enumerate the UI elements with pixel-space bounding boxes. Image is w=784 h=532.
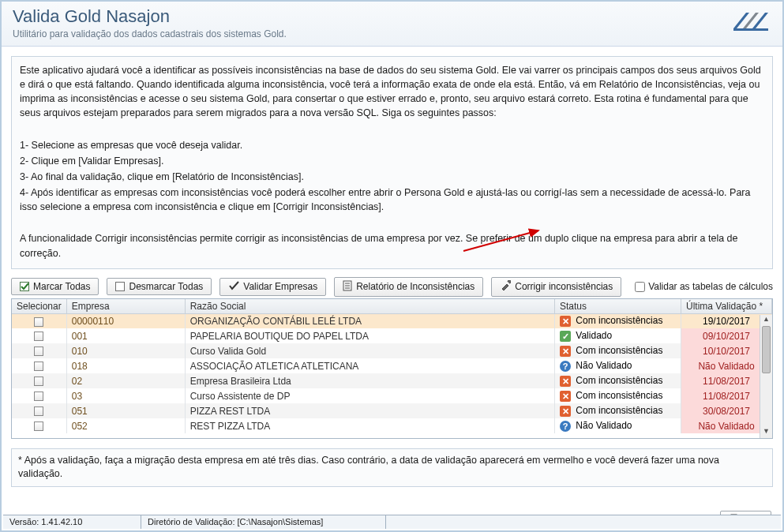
svg-rect-0 — [733, 28, 768, 31]
row-status: ✕ Com inconsistências — [555, 343, 681, 358]
col-status[interactable]: Status — [555, 299, 681, 314]
status-error-icon: ✕ — [560, 391, 571, 402]
relatorio-button[interactable]: Relatório de Inconsistências — [334, 277, 483, 297]
table-row[interactable]: 001PAPELARIA BOUTIQUE DO PAPEL LTDA✓ Val… — [12, 328, 772, 343]
status-versao: Versão: 1.41.42.10 — [3, 515, 141, 529]
row-status: ✕ Com inconsistências — [555, 313, 681, 328]
row-select-cell[interactable] — [12, 328, 66, 343]
table-row[interactable]: 02Empresa Brasileira Ltda✕ Com inconsist… — [12, 373, 772, 388]
corrigir-label: Corrigir inconsistências — [515, 281, 613, 292]
row-status-label: Não Validado — [573, 360, 632, 371]
table-row[interactable]: 051PIZZA REST LTDA✕ Com inconsistências3… — [12, 403, 772, 418]
intro-step-3: 3- Ao final da validação, clique em [Rel… — [20, 170, 764, 184]
status-unknown-icon: ? — [560, 421, 571, 432]
row-empresa: 001 — [66, 328, 185, 343]
col-selecionar[interactable]: Selecionar — [12, 299, 66, 314]
validar-tabelas-input[interactable] — [635, 282, 645, 292]
table-row[interactable]: 052REST PIZZA LTDA? Não ValidadoNão Vali… — [12, 418, 772, 433]
row-empresa: 00000110 — [66, 313, 185, 328]
corrigir-button[interactable]: Corrigir inconsistências — [491, 277, 621, 297]
grid-header-row: Selecionar Empresa Razão Social Status Ú… — [12, 299, 772, 314]
intro-step-1: 1- Selecione as empresas que você deseja… — [20, 138, 764, 152]
row-ultima-validacao: 09/10/2017 — [681, 328, 772, 343]
row-select-cell[interactable] — [12, 313, 66, 328]
relatorio-label: Relatório de Inconsistências — [356, 281, 475, 292]
row-status-label: Com inconsistências — [573, 345, 662, 356]
status-bar: Versão: 1.41.42.10 Diretório de Validaçã… — [3, 515, 781, 529]
status-unknown-icon: ? — [560, 361, 571, 372]
grid-scrollbar[interactable]: ▲ ▼ — [760, 315, 772, 438]
empresas-grid[interactable]: Selecionar Empresa Razão Social Status Ú… — [12, 299, 772, 434]
row-status: ✓ Validado — [555, 328, 681, 343]
row-status: ✕ Com inconsistências — [555, 388, 681, 403]
desmarcar-todas-label: Desmarcar Todas — [129, 281, 203, 292]
status-error-icon: ✕ — [560, 346, 571, 357]
scroll-down-icon[interactable]: ▼ — [760, 427, 772, 438]
marcar-todas-button[interactable]: Marcar Todas — [11, 278, 99, 295]
report-icon — [343, 280, 352, 294]
row-ultima-validacao: 11/08/2017 — [681, 373, 772, 388]
table-row[interactable]: 03Curso Assistente de DP✕ Com inconsistê… — [12, 388, 772, 403]
row-checkbox[interactable] — [34, 332, 43, 341]
row-select-cell[interactable] — [12, 373, 66, 388]
row-razao: PAPELARIA BOUTIQUE DO PAPEL LTDA — [185, 328, 554, 343]
tools-icon — [500, 280, 511, 294]
table-row[interactable]: 010Curso Valida Gold✕ Com inconsistência… — [12, 343, 772, 358]
row-select-cell[interactable] — [12, 343, 66, 358]
status-error-icon: ✕ — [560, 376, 571, 387]
app-header: Valida Gold Nasajon Utilitário para vali… — [2, 2, 782, 47]
row-status: ? Não Validado — [555, 358, 681, 373]
row-ultima-validacao: Não Validado — [681, 418, 772, 433]
status-ok-icon: ✓ — [560, 331, 571, 342]
row-ultima-validacao: 19/10/2017 — [681, 313, 772, 328]
row-checkbox[interactable] — [34, 347, 43, 356]
row-razao: PIZZA REST LTDA — [185, 403, 554, 418]
validar-empresas-button[interactable]: Validar Empresas — [219, 278, 326, 296]
row-checkbox[interactable] — [34, 421, 43, 431]
row-razao: ORGANIZAÇÃO CONTÁBIL LELÉ LTDA — [185, 313, 554, 328]
row-checkbox[interactable] — [34, 377, 43, 386]
row-ultima-validacao: 11/08/2017 — [681, 388, 772, 403]
scroll-thumb[interactable] — [762, 326, 771, 373]
desmarcar-todas-button[interactable]: Desmarcar Todas — [107, 278, 212, 295]
col-empresa[interactable]: Empresa — [66, 299, 185, 314]
row-razao: Empresa Brasileira Ltda — [185, 373, 554, 388]
scroll-up-icon[interactable]: ▲ — [760, 315, 772, 326]
row-status-label: Com inconsistências — [573, 405, 662, 416]
row-checkbox[interactable] — [34, 317, 43, 327]
row-empresa: 018 — [66, 358, 185, 373]
row-status-label: Com inconsistências — [573, 375, 662, 386]
app-title: Valida Gold Nasajon — [13, 6, 771, 27]
row-checkbox[interactable] — [34, 392, 43, 401]
table-row[interactable]: 018ASSOCIAÇÃO ATLETICA ATLETICANA? Não V… — [12, 358, 772, 373]
row-select-cell[interactable] — [12, 418, 66, 433]
row-checkbox[interactable] — [34, 406, 43, 416]
validar-empresas-label: Validar Empresas — [243, 281, 317, 292]
row-status-label: Com inconsistências — [573, 390, 662, 401]
row-empresa: 052 — [66, 418, 185, 433]
row-empresa: 03 — [66, 388, 185, 403]
row-ultima-validacao: 30/08/2017 — [681, 403, 772, 418]
status-empty — [386, 515, 781, 529]
marcar-todas-label: Marcar Todas — [33, 281, 90, 292]
row-empresa: 010 — [66, 343, 185, 358]
row-select-cell[interactable] — [12, 388, 66, 403]
row-status: ✕ Com inconsistências — [555, 403, 681, 418]
status-error-icon: ✕ — [560, 316, 571, 327]
row-select-cell[interactable] — [12, 358, 66, 373]
validar-tabelas-checkbox[interactable]: Validar as tabelas de cálculos — [635, 281, 773, 292]
intro-panel: Este aplicativo ajudará você a identific… — [11, 56, 773, 269]
row-razao: Curso Valida Gold — [185, 343, 554, 358]
table-row[interactable]: 00000110ORGANIZAÇÃO CONTÁBIL LELÉ LTDA✕ … — [12, 313, 772, 328]
status-error-icon: ✕ — [560, 406, 571, 417]
validar-tabelas-label: Validar as tabelas de cálculos — [648, 281, 773, 292]
col-ultima-validacao[interactable]: Última Validação * — [681, 299, 772, 314]
intro-text-1: Este aplicativo ajudará você a identific… — [20, 63, 764, 121]
row-status-label: Com inconsistências — [573, 315, 662, 326]
row-checkbox[interactable] — [34, 362, 43, 371]
col-razao[interactable]: Razão Social — [185, 299, 554, 314]
row-status: ✕ Com inconsistências — [555, 373, 681, 388]
row-select-cell[interactable] — [12, 403, 66, 418]
intro-text-2: A funcionalidade Corrigir inconsistência… — [20, 231, 764, 260]
row-empresa: 051 — [66, 403, 185, 418]
